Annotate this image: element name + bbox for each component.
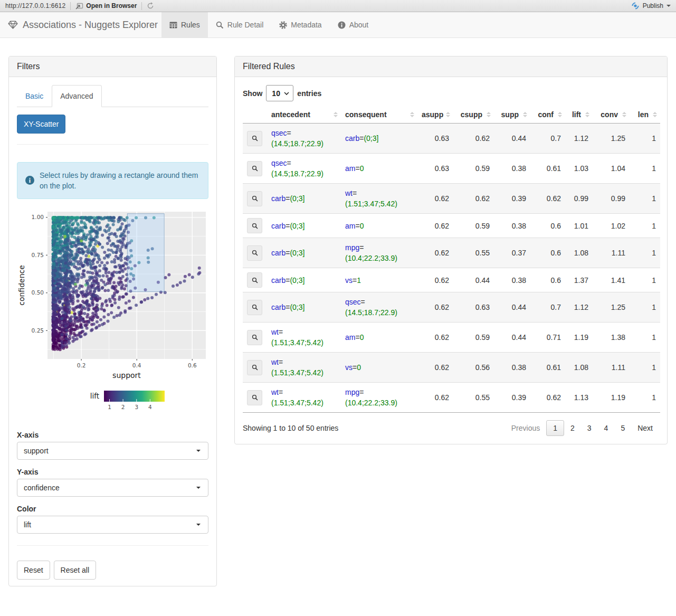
tab-about[interactable]: About	[330, 12, 377, 37]
svg-text:0.50: 0.50	[32, 289, 44, 296]
gear-icon	[279, 21, 287, 29]
svg-text:0.6: 0.6	[188, 362, 197, 368]
search-icon	[252, 394, 258, 401]
len-cell: 1	[630, 292, 660, 323]
csupp-cell: 0.44	[453, 268, 494, 292]
y-axis-select[interactable]: confidence	[17, 479, 208, 497]
inspect-rule-button[interactable]	[247, 191, 262, 206]
csupp-cell: 0.62	[453, 124, 494, 154]
filters-panel: Filters Basic Advanced XY-Scatter i Sele…	[8, 56, 217, 586]
len-cell: 1	[630, 323, 660, 353]
conf-cell: 0.6	[530, 268, 565, 292]
pagination-previous[interactable]: Previous	[505, 421, 546, 435]
csupp-cell: 0.59	[453, 323, 494, 353]
consequent-cell: carb=(0;3]	[341, 124, 417, 154]
inspect-rule-button[interactable]	[247, 330, 262, 345]
xy-scatter-button[interactable]: XY-Scatter	[17, 115, 65, 134]
svg-text:2: 2	[121, 404, 125, 410]
len-cell: 1	[630, 184, 660, 214]
inspect-rule-button[interactable]	[247, 131, 262, 146]
conf-cell: 0.7	[530, 124, 565, 154]
column-header-antecedent[interactable]: antecedent	[267, 106, 341, 124]
x-axis-select[interactable]: support	[17, 442, 208, 460]
consequent-cell: qsec=(14.5;18.7;22.9)	[341, 292, 417, 323]
conv-cell: 0.99	[593, 184, 630, 214]
viewer-url: http://127.0.0.1:6612	[5, 2, 65, 10]
consequent-cell: vs=0	[341, 353, 417, 383]
info-alert-text: Select rules by drawing a rectangle arou…	[40, 170, 200, 191]
search-icon	[252, 364, 258, 371]
filters-panel-title: Filters	[9, 56, 216, 77]
conv-cell: 1.11	[593, 353, 630, 383]
pagination-page-5[interactable]: 5	[614, 421, 631, 435]
tab-advanced[interactable]: Advanced	[52, 85, 101, 107]
conf-cell: 0.6	[530, 214, 565, 238]
inspect-rule-button[interactable]	[247, 218, 262, 233]
search-icon	[252, 250, 258, 256]
filtered-rules-title: Filtered Rules	[235, 56, 667, 77]
inspect-rule-button[interactable]	[247, 390, 262, 405]
pagination-page-4[interactable]: 4	[598, 421, 615, 435]
column-header-conv[interactable]: conv	[593, 106, 630, 124]
color-select[interactable]: lift	[17, 516, 208, 534]
csupp-cell: 0.59	[453, 214, 494, 238]
supp-cell: 0.38	[494, 268, 530, 292]
sort-icon	[622, 112, 626, 117]
tab-rule-detail[interactable]: Rule Detail	[208, 12, 271, 37]
conf-cell: 0.7	[530, 292, 565, 323]
pagination-next[interactable]: Next	[631, 421, 659, 435]
refresh-icon[interactable]	[147, 2, 154, 10]
tab-basic[interactable]: Basic	[17, 85, 52, 107]
publish-icon	[631, 2, 640, 10]
divider	[141, 2, 142, 10]
info-icon	[338, 21, 346, 29]
navbar: Associations - Nuggets Explorer Rules Ru…	[0, 12, 676, 38]
table-row: carb=(0;3]vs=10.620.440.380.61.371.411	[243, 268, 660, 292]
page-length-select[interactable]: 10	[266, 85, 293, 101]
csupp-cell: 0.59	[453, 154, 494, 184]
conf-cell: 0.62	[530, 383, 565, 413]
plot-brush-selection[interactable]	[127, 214, 164, 292]
pagination-page-3[interactable]: 3	[581, 421, 598, 435]
column-header-asupp[interactable]: asupp	[417, 106, 453, 124]
app-title: Associations - Nuggets Explorer	[23, 20, 158, 31]
gem-icon	[8, 21, 18, 29]
len-cell: 1	[630, 238, 660, 268]
svg-text:0.4: 0.4	[132, 362, 141, 368]
lift-cell: 1.01	[565, 214, 593, 238]
column-header-lift[interactable]: lift	[565, 106, 593, 124]
pagination-page-1[interactable]: 1	[546, 420, 564, 436]
column-header-csupp[interactable]: csupp	[453, 106, 494, 124]
csupp-cell: 0.55	[453, 383, 494, 413]
inspect-rule-button[interactable]	[247, 360, 262, 375]
search-icon	[252, 277, 258, 283]
column-header-consequent[interactable]: consequent	[341, 106, 417, 124]
table-row: carb=(0;3]qsec=(14.5;18.7;22.9)0.620.630…	[243, 292, 660, 323]
column-header-supp[interactable]: supp	[494, 106, 530, 124]
table-row: wt=(1.51;3.47;5.42)vs=00.620.560.380.611…	[243, 353, 660, 383]
open-in-browser-button[interactable]: Open in Browser	[75, 2, 137, 10]
sort-icon	[334, 112, 338, 117]
asupp-cell: 0.62	[417, 214, 453, 238]
tab-metadata[interactable]: Metadata	[271, 12, 329, 37]
table-length-control: Show 10 entries	[243, 85, 659, 101]
scatter-plot[interactable]: 0.20.40.61.000.750.500.25supportconfiden…	[17, 209, 208, 416]
svg-text:1: 1	[108, 404, 111, 410]
inspect-rule-button[interactable]	[247, 161, 262, 176]
asupp-cell: 0.62	[417, 268, 453, 292]
column-header-conf[interactable]: conf	[530, 106, 565, 124]
nav-tabs: Rules Rule Detail Metadata About	[161, 12, 376, 37]
consequent-cell: vs=1	[341, 268, 417, 292]
reset-all-button[interactable]: Reset all	[54, 561, 96, 580]
tab-rules[interactable]: Rules	[161, 12, 208, 37]
asupp-cell: 0.63	[417, 154, 453, 184]
asupp-cell: 0.62	[417, 383, 453, 413]
inspect-rule-button[interactable]	[247, 272, 262, 288]
inspect-rule-button[interactable]	[247, 300, 262, 315]
pagination-page-2[interactable]: 2	[564, 421, 581, 435]
column-header-len[interactable]: len	[630, 106, 660, 124]
publish-button[interactable]: Publish	[631, 2, 671, 10]
reset-button[interactable]: Reset	[17, 561, 50, 580]
inspect-rule-button[interactable]	[247, 245, 262, 261]
antecedent-cell: qsec=(14.5;18.7;22.9)	[267, 124, 341, 154]
